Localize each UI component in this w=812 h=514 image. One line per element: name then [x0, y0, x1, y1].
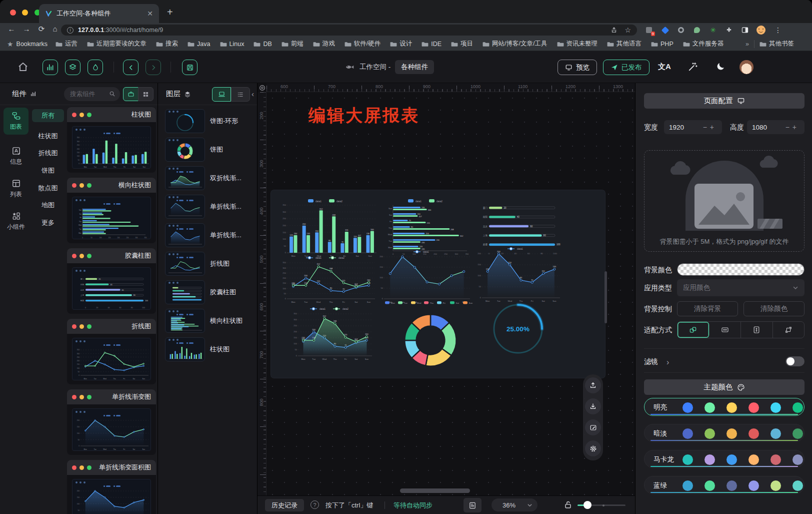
category-饼图[interactable]: 饼图	[32, 164, 64, 177]
layer-item[interactable]: 双折线渐...	[158, 165, 257, 192]
fit-scale-option[interactable]	[678, 322, 710, 338]
bookmark-folder[interactable]: 资讯未整理	[557, 40, 598, 48]
dashboard-chart-area2[interactable]: data1data2050100150200250300350120200150…	[290, 305, 376, 361]
theme-row-马卡龙[interactable]: 马卡龙	[644, 450, 804, 468]
dashboard-preview[interactable]: data1data2050100150200250300350120200150…	[271, 190, 605, 378]
bg-color-swatch[interactable]	[677, 263, 804, 276]
bookmark-folder[interactable]: Java	[188, 41, 210, 48]
dark-mode-moon-icon[interactable]	[716, 62, 726, 71]
component-card[interactable]: 单折线渐变面积图050100150200MonTueWedThuFriSatSu…	[67, 460, 156, 514]
back-icon[interactable]: ←	[6, 25, 17, 33]
other-bookmarks-folder[interactable]: 其他书签	[760, 40, 794, 48]
app-home-icon[interactable]	[17, 61, 29, 73]
workspace-name-badge[interactable]: 各种组件	[395, 60, 434, 74]
site-info-icon[interactable]: i	[67, 27, 74, 34]
help-icon[interactable]: ?	[310, 500, 319, 509]
bookmark-folder[interactable]: 前端	[282, 40, 304, 48]
lock-icon[interactable]	[564, 500, 572, 509]
sidepanel-icon[interactable]	[740, 25, 750, 35]
rail-item-图表[interactable]: 图表	[4, 108, 28, 135]
bookmark-folder[interactable]: 软件/硬件	[344, 40, 380, 48]
height-stepper[interactable]: 1080−+	[747, 120, 804, 134]
browser-tab[interactable]: 工作空间-各种组件 ✕	[39, 4, 159, 23]
save-button[interactable]	[182, 60, 198, 75]
bookmarks-label[interactable]: Bookmarks	[16, 41, 48, 48]
component-card[interactable]: 单折线渐变图050100150200MonTueWedThuFriSatSun	[67, 389, 156, 455]
dashboard-chart-pie[interactable]: MonTueWedThuFriSatSun	[382, 298, 479, 374]
filter-expand-chevron[interactable]: ›	[666, 358, 669, 367]
readme-panel-button[interactable]	[464, 498, 482, 512]
background-upload-area[interactable]: 背景图需小于 5M，格式为 png/jpg/gif 的文件	[644, 150, 804, 252]
rail-item-信息[interactable]: 信息	[4, 143, 28, 170]
reload-icon[interactable]: ⟳	[36, 25, 47, 34]
clear-background-button[interactable]: 清除背景	[677, 301, 738, 316]
preview-button[interactable]: 预览	[558, 60, 597, 75]
dashboard-chart-hbar[interactable]: data1data2Sun130160Sat110117Fri70155Thu8…	[383, 197, 475, 256]
import-button[interactable]	[585, 398, 601, 414]
bookmark-folder[interactable]: Linux	[220, 41, 244, 48]
extension-badge-icon[interactable]: 9	[644, 25, 654, 35]
export-button[interactable]	[585, 377, 601, 393]
bookmark-folder[interactable]: 文件服务器	[683, 40, 724, 48]
address-bar[interactable]: i 127.0.0.1 :3000/#/chart/home/9 ☆	[61, 25, 637, 36]
bookmark-folder[interactable]: 设计	[390, 40, 412, 48]
category-更多[interactable]: 更多	[32, 216, 64, 229]
category-地图[interactable]: 地图	[32, 199, 64, 212]
layers-toggle-button[interactable]	[65, 60, 80, 75]
dashboard-title-text[interactable]: 编辑大屏报表	[308, 104, 420, 127]
bookmark-folder[interactable]: 网站/博客/文章/工具	[482, 40, 547, 48]
filter-toggle[interactable]	[786, 356, 804, 366]
category-散点图[interactable]: 散点图	[32, 182, 64, 195]
bookmark-folder[interactable]: 项目	[451, 40, 473, 48]
rail-item-列表[interactable]: 列表	[4, 175, 28, 202]
stepper-minus-plus-icons[interactable]: −+	[703, 123, 717, 131]
component-card[interactable]: 柱状图050100150200250300350MonTueWedThuFriS…	[67, 107, 156, 173]
user-avatar[interactable]	[740, 60, 754, 74]
settings-gear-icon[interactable]	[585, 440, 601, 456]
bookmark-folder[interactable]: 运营	[56, 40, 78, 48]
forward-icon[interactable]: →	[21, 25, 32, 33]
layer-item[interactable]: 饼图	[158, 136, 257, 163]
redo-button[interactable]	[146, 60, 161, 75]
collapse-panel-icon[interactable]: ‹	[252, 90, 254, 98]
component-card[interactable]: 折线图050100150200250300350MonTueWedThuFriS…	[67, 319, 156, 384]
translate-icon[interactable]: 文A	[658, 62, 671, 72]
edit-button[interactable]	[585, 419, 601, 435]
bookmarks-overflow-icon[interactable]: »	[746, 41, 749, 48]
leaf-extension-icon[interactable]	[692, 25, 702, 35]
home-icon[interactable]: ⌂	[50, 25, 60, 33]
browser-menu-icon[interactable]: ⋮	[773, 25, 783, 35]
close-window-button[interactable]	[10, 10, 16, 16]
details-toggle-button[interactable]	[88, 60, 103, 75]
dial-extension-icon[interactable]	[676, 25, 686, 35]
ruler-eye-icon[interactable]	[258, 84, 266, 92]
tab-close-icon[interactable]: ✕	[147, 10, 153, 18]
list-view-toggle[interactable]	[231, 87, 250, 102]
dashboard-chart-line1[interactable]: data10501001502001202001508070110130MonT…	[474, 245, 564, 303]
category-柱状图[interactable]: 柱状图	[32, 130, 64, 143]
layer-item[interactable]: 横向柱状图	[158, 307, 257, 334]
dashboard-chart-line1g[interactable]: data1050100150200MonTueWedThuFriSatSun	[376, 248, 474, 304]
profile-avatar[interactable]	[756, 25, 766, 35]
theme-color-header[interactable]: 主题颜色	[644, 379, 804, 395]
magic-wand-icon[interactable]	[688, 62, 698, 72]
rail-item-小组件[interactable]: 小组件	[4, 208, 28, 235]
layer-item[interactable]: 胶囊柱图	[158, 279, 257, 306]
theme-row-暗淡[interactable]: 暗淡	[644, 424, 804, 442]
layer-item[interactable]: 单折线渐...	[158, 193, 257, 220]
app-type-select[interactable]: 应用颜色	[677, 279, 804, 296]
bookmark-folder[interactable]: 近期需要读的文章	[87, 40, 146, 48]
bookmark-star-icon[interactable]: ☆	[624, 26, 631, 34]
single-view-toggle[interactable]	[123, 87, 138, 101]
puzzle-extension-icon[interactable]	[724, 25, 734, 35]
page-config-header[interactable]: 页面配置	[644, 93, 804, 109]
thumbnail-view-toggle[interactable]	[212, 87, 231, 102]
undo-button[interactable]	[123, 60, 138, 75]
stepper-minus-plus-icons[interactable]: −+	[786, 123, 800, 131]
category-折线图[interactable]: 折线图	[32, 147, 64, 160]
theme-row-蓝绿[interactable]: 蓝绿	[644, 476, 804, 494]
star-extension-icon[interactable]: ✳	[708, 25, 718, 35]
bookmark-folder[interactable]: IDE	[422, 41, 442, 48]
publish-button[interactable]: 已发布	[603, 60, 650, 75]
clear-color-button[interactable]: 清除颜色	[744, 301, 804, 316]
